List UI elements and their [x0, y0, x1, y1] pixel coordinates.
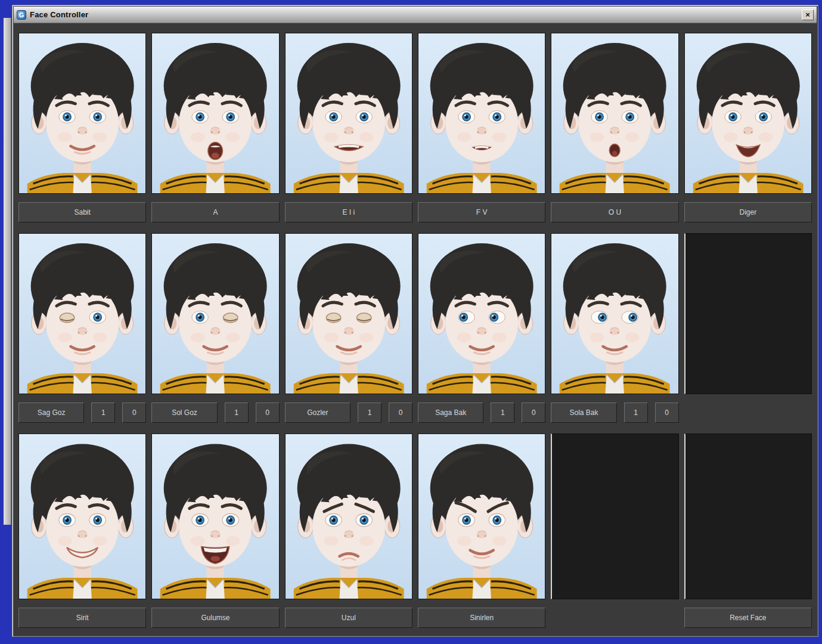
app-icon: G — [17, 10, 26, 20]
face-preview-sola-bak — [551, 233, 678, 394]
empty-panel — [551, 434, 678, 599]
reset-cell: Reset Face — [684, 434, 812, 628]
face-cell: E I i — [285, 33, 412, 222]
empty-cell — [551, 434, 678, 628]
expression-button-sirit[interactable]: Sirit — [18, 608, 146, 628]
expression-button-a[interactable]: A — [151, 202, 279, 222]
face-controller-window: G Face Controller × Sabit — [12, 5, 818, 637]
value-0-button[interactable]: 0 — [256, 402, 280, 423]
value-1-button[interactable]: 1 — [225, 402, 249, 423]
face-cell: Sirit — [18, 434, 146, 628]
face-preview-ou — [551, 33, 678, 194]
face-cell: Saga Bak 1 0 — [418, 233, 545, 423]
face-preview-a — [151, 33, 279, 194]
expression-button-sola-bak[interactable]: Sola Bak — [551, 402, 616, 423]
expression-button-eii[interactable]: E I i — [285, 202, 412, 222]
face-cell: Diger — [684, 33, 812, 222]
expression-button-ou[interactable]: O U — [551, 202, 678, 222]
expression-button-gozler[interactable]: Gozler — [285, 402, 350, 423]
mood-row: Sirit Gulumse — [18, 434, 812, 628]
face-preview-uzul — [285, 434, 412, 599]
face-cell: Sinirlen — [418, 434, 545, 628]
expression-button-sol-goz[interactable]: Sol Goz — [151, 402, 217, 423]
face-preview-fv — [418, 33, 545, 194]
face-cell: Sola Bak 1 0 — [551, 233, 678, 423]
value-0-button[interactable]: 0 — [122, 402, 146, 423]
expression-button-diger[interactable]: Diger — [684, 202, 812, 222]
empty-panel — [684, 434, 812, 599]
face-cell: F V — [418, 33, 545, 222]
face-preview-sirit — [18, 434, 146, 599]
face-preview-sabit — [18, 33, 146, 194]
expression-button-saga-bak[interactable]: Saga Bak — [418, 402, 483, 423]
face-preview-sag-goz — [18, 233, 146, 394]
expression-button-gulumse[interactable]: Gulumse — [151, 608, 279, 628]
face-cell: Gulumse — [151, 434, 279, 628]
expression-button-sag-goz[interactable]: Sag Goz — [18, 402, 84, 423]
face-cell: Sabit — [18, 33, 146, 222]
face-cell: Gozler 1 0 — [285, 233, 412, 423]
expression-button-sabit[interactable]: Sabit — [18, 202, 146, 222]
face-preview-sol-goz — [151, 233, 279, 394]
face-preview-eii — [285, 33, 412, 194]
empty-cell — [684, 233, 812, 423]
face-cell: A — [151, 33, 279, 222]
background-window-edge — [4, 18, 11, 525]
eyes-row: Sag Goz 1 0 — [18, 233, 812, 423]
face-preview-gulumse — [151, 434, 279, 599]
empty-panel — [684, 233, 812, 394]
face-cell: Sol Goz 1 0 — [151, 233, 279, 423]
value-0-button[interactable]: 0 — [389, 402, 412, 423]
window-title: Face Controller — [30, 10, 88, 19]
face-cell: O U — [551, 33, 678, 222]
face-preview-saga-bak — [418, 233, 545, 394]
title-bar[interactable]: G Face Controller × — [14, 7, 817, 23]
value-0-button[interactable]: 0 — [522, 402, 545, 423]
value-1-button[interactable]: 1 — [491, 402, 514, 423]
close-button[interactable]: × — [802, 10, 814, 20]
face-preview-diger — [684, 33, 812, 194]
phoneme-row: Sabit A — [18, 33, 812, 222]
expression-button-uzul[interactable]: Uzul — [285, 608, 412, 628]
face-cell: Uzul — [285, 434, 412, 628]
value-0-button[interactable]: 0 — [655, 402, 679, 423]
controller-content: Sabit A — [13, 23, 818, 636]
expression-button-sinirlen[interactable]: Sinirlen — [418, 608, 545, 628]
face-preview-gozler — [285, 233, 412, 394]
value-1-button[interactable]: 1 — [91, 402, 115, 423]
face-preview-sinirlen — [418, 434, 545, 599]
value-1-button[interactable]: 1 — [624, 402, 648, 423]
value-1-button[interactable]: 1 — [358, 402, 381, 423]
face-cell: Sag Goz 1 0 — [18, 233, 146, 423]
reset-face-button[interactable]: Reset Face — [684, 608, 812, 628]
expression-button-fv[interactable]: F V — [418, 202, 545, 222]
